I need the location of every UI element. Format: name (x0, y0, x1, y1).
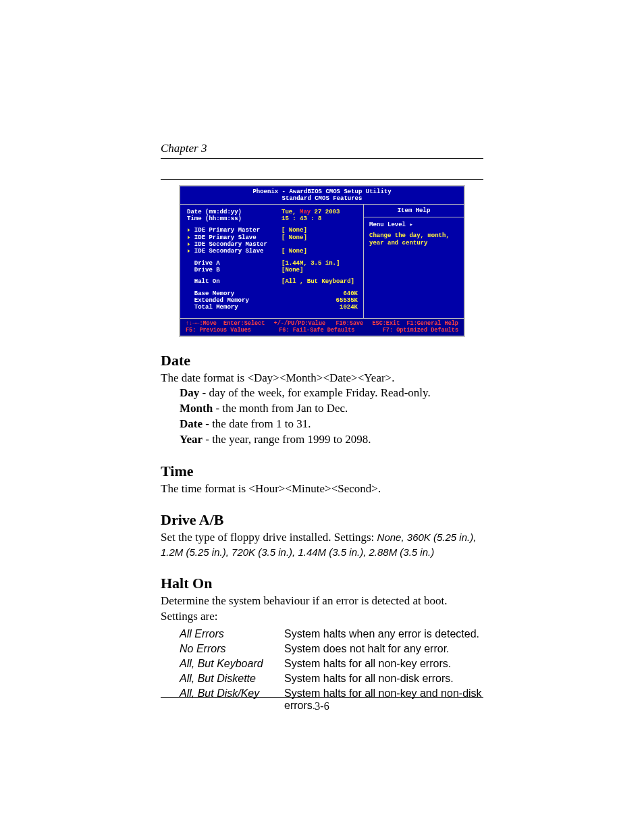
bios-ide-pm: IDE Primary Master (194, 227, 260, 234)
page-footer: 3-6 (161, 697, 483, 712)
bios-menu-level: Menu Level ▸ (368, 221, 460, 228)
chapter-label: Chapter 3 (161, 142, 483, 155)
bios-help-text: Change the day, month, year and century (368, 228, 460, 246)
bios-title-line2: Standard CMOS Features (180, 195, 464, 202)
bios-left-pane: Date (mm:dd:yy) Tue, May 27 2003 Time (h… (180, 205, 364, 318)
table-row: All, But KeyboardSystem halts for all no… (180, 656, 483, 671)
bios-total-mem-val: 1024K (281, 304, 358, 311)
bios-ide-sm: IDE Secondary Master (194, 241, 267, 248)
bios-help-title: Item Help (364, 205, 464, 217)
bios-foot-2c: F7: Optimized Defaults (383, 328, 458, 334)
bios-ext-mem: Extended Memory (194, 297, 249, 304)
bios-ide-ss-val: [ None] (281, 248, 307, 255)
table-row: All, But DisketteSystem halts for all no… (180, 671, 483, 686)
table-row: All ErrorsSystem halts when any error is… (180, 627, 483, 642)
time-intro: The time format is <Hour><Minute><Second… (161, 481, 483, 496)
bios-screenshot: Phoenix - AwardBIOS CMOS Setup Utility S… (179, 185, 465, 337)
section-time: Time The time format is <Hour><Minute><S… (161, 463, 483, 496)
bios-base-mem: Base Memory (194, 290, 234, 297)
bios-time-label: Time (hh:mm:ss) (187, 215, 281, 222)
drive-intro: Set the type of floppy drive installed. … (161, 530, 483, 560)
bios-ide-ps-val: [ None] (281, 234, 307, 241)
bios-ide-ps: IDE Primary Slave (194, 234, 257, 241)
bios-ide-ss: IDE Secondary Slave (194, 248, 264, 255)
heading-date: Date (161, 352, 483, 369)
bios-total-mem: Total Memory (194, 304, 238, 311)
bios-drive-b: Drive B (194, 267, 220, 273)
bios-ext-mem-val: 65535K (281, 297, 358, 304)
bios-date-label: Date (mm:dd:yy) (187, 209, 281, 215)
date-defs: Day - day of the week, for example Frida… (161, 386, 483, 448)
bios-drive-a-val: [1.44M, 3.5 in.] (281, 260, 340, 267)
bios-base-mem-val: 640K (281, 290, 358, 297)
bios-drive-b-val: [None] (281, 267, 303, 273)
heading-halt: Halt On (161, 575, 483, 592)
section-date: Date The date format is <Day><Month><Dat… (161, 352, 483, 448)
bios-ide-pm-val: [ None] (281, 227, 307, 234)
rule-bottom (161, 697, 483, 698)
rule-top (161, 158, 483, 159)
heading-drive: Drive A/B (161, 511, 483, 529)
date-intro: The date format is <Day><Month><Date><Ye… (161, 371, 483, 386)
section-drive: Drive A/B Set the type of floppy drive i… (161, 511, 483, 560)
rule-top-2 (161, 179, 483, 180)
bios-title: Phoenix - AwardBIOS CMOS Setup Utility S… (180, 186, 464, 204)
bios-help-pane: Item Help Menu Level ▸ Change the day, m… (364, 205, 464, 318)
bios-date-value: Tue, May 27 2003 (281, 209, 340, 215)
table-row: No ErrorsSystem does not halt for any er… (180, 642, 483, 656)
bios-time-value: 15 : 43 : 8 (281, 215, 321, 222)
bios-halt-on: Halt On (194, 278, 220, 285)
halt-intro: Determine the system behaviour if an err… (161, 594, 483, 623)
section-halt: Halt On Determine the system behaviour i… (161, 575, 483, 712)
bios-halt-on-val: [All , But Keyboard] (281, 278, 354, 285)
bios-title-line1: Phoenix - AwardBIOS CMOS Setup Utility (180, 188, 464, 195)
bios-foot-2a: F5: Previous Values (186, 328, 251, 334)
bios-foot-2b: F6: Fail-Safe Defaults (279, 328, 354, 334)
bios-drive-a: Drive A (194, 260, 220, 267)
page-number: 3-6 (161, 700, 483, 712)
bios-footer: ↑↓→←:Move Enter:Select +/-/PU/PD:Value F… (180, 318, 464, 336)
heading-time: Time (161, 463, 483, 480)
